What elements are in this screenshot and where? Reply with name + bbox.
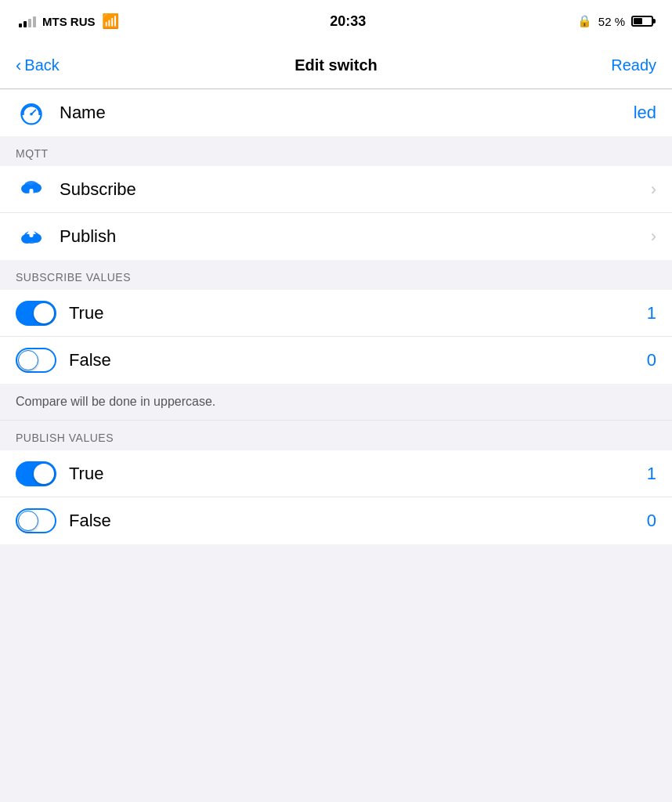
- publish-chevron-icon: ›: [651, 226, 656, 247]
- info-text: Compare will be done in uppercase.: [0, 384, 672, 421]
- subscribe-row[interactable]: Subscribe ›: [0, 166, 672, 213]
- publish-true-value: 1: [647, 464, 656, 484]
- publish-values-header: PUBLISH VALUES: [0, 421, 672, 450]
- lock-icon: 🔒: [577, 14, 592, 28]
- signal-icon: [19, 15, 36, 27]
- publish-true-row[interactable]: True 1: [0, 450, 672, 497]
- publish-true-label: True: [69, 464, 647, 484]
- battery-percent: 52 %: [598, 15, 625, 28]
- publish-values-section: True 1 False 0: [0, 450, 672, 544]
- publish-true-toggle[interactable]: [16, 461, 56, 486]
- publish-row[interactable]: Publish ›: [0, 213, 672, 260]
- mqtt-section-header: MQTT: [0, 136, 672, 166]
- subscribe-values-section: True 1 False 0: [0, 290, 672, 384]
- name-label: Name: [60, 103, 634, 123]
- nav-bar: ‹ Back Edit switch Ready: [0, 42, 672, 89]
- subscribe-chevron-icon: ›: [651, 179, 656, 200]
- page-title: Edit switch: [294, 56, 378, 74]
- subscribe-false-value: 0: [647, 350, 656, 370]
- mqtt-section: Subscribe › Publish ›: [0, 166, 672, 260]
- carrier-label: MTS RUS: [42, 15, 96, 28]
- subscribe-label: Subscribe: [60, 179, 645, 200]
- publish-false-value: 0: [647, 511, 656, 531]
- status-bar: MTS RUS 📶 20:33 🔒 52 %: [0, 0, 672, 42]
- subscribe-true-value: 1: [647, 303, 656, 323]
- cloud-download-icon: [16, 174, 47, 205]
- subscribe-true-row[interactable]: True 1: [0, 290, 672, 337]
- back-chevron-icon: ‹: [16, 56, 21, 76]
- ready-button[interactable]: Ready: [611, 56, 656, 74]
- cloud-upload-icon: [16, 221, 47, 252]
- status-right: 🔒 52 %: [577, 14, 653, 28]
- svg-point-2: [30, 113, 33, 116]
- time-label: 20:33: [330, 13, 366, 30]
- publish-false-label: False: [69, 511, 647, 531]
- back-label: Back: [24, 56, 59, 74]
- subscribe-false-row[interactable]: False 0: [0, 337, 672, 384]
- back-button[interactable]: ‹ Back: [16, 56, 60, 76]
- speedometer-icon: [16, 97, 47, 128]
- name-row[interactable]: Name led: [0, 89, 672, 136]
- svg-marker-15: [27, 228, 36, 234]
- battery-icon: [631, 16, 653, 27]
- publish-false-toggle[interactable]: [16, 508, 56, 533]
- wifi-icon: 📶: [102, 13, 119, 30]
- subscribe-true-toggle[interactable]: [16, 301, 56, 326]
- name-section: Name led: [0, 89, 672, 136]
- subscribe-false-label: False: [69, 350, 647, 370]
- status-left: MTS RUS 📶: [19, 13, 119, 30]
- subscribe-true-label: True: [69, 303, 647, 323]
- publish-false-row[interactable]: False 0: [0, 497, 672, 544]
- svg-marker-10: [27, 193, 36, 200]
- publish-label: Publish: [60, 226, 645, 247]
- subscribe-values-header: SUBSCRIBE VALUES: [0, 260, 672, 290]
- name-value: led: [634, 103, 656, 123]
- subscribe-false-toggle[interactable]: [16, 348, 56, 373]
